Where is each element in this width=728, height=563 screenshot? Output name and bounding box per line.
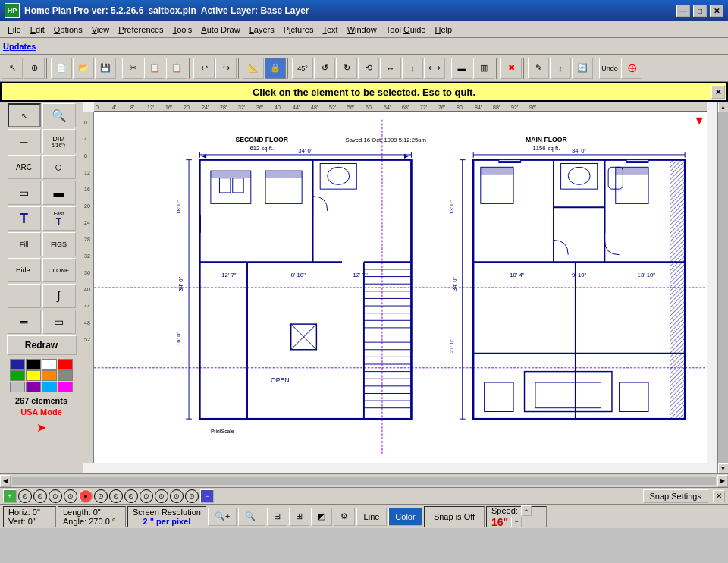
color-black[interactable]	[26, 359, 41, 370]
tb-chart[interactable]: ▥	[473, 58, 494, 79]
tool-clone[interactable]: CLONE	[42, 258, 76, 282]
menu-file[interactable]: File	[3, 24, 26, 36]
menu-window[interactable]: Window	[343, 24, 381, 36]
color-blue[interactable]	[10, 359, 25, 370]
menu-toolguide[interactable]: Tool Guide	[381, 24, 431, 36]
snap-dot-8[interactable]: ⊙	[140, 489, 153, 503]
tb-save[interactable]: 💾	[95, 58, 116, 79]
zoom-full-button[interactable]: ⊞	[289, 508, 309, 526]
menu-options[interactable]: Options	[49, 24, 87, 36]
color-green[interactable]	[10, 370, 25, 381]
tool-rect-fill[interactable]: ▬	[42, 181, 76, 205]
snap-minus-button[interactable]: −	[200, 489, 214, 503]
snap-close-button[interactable]: ✕	[713, 490, 725, 502]
tool-zoom[interactable]: 🔍	[42, 103, 76, 127]
close-button[interactable]: ✕	[710, 5, 723, 17]
scroll-track-right[interactable]	[718, 112, 729, 463]
menu-autodraw[interactable]: Auto Draw	[196, 24, 244, 36]
tb-lock[interactable]: 🔒	[265, 58, 286, 79]
snap-dot-10[interactable]: ⊙	[170, 489, 184, 503]
tb-refresh[interactable]: ↺	[314, 58, 335, 79]
tb-flip-h[interactable]: ⟲	[358, 58, 379, 79]
updates-link[interactable]: Updates	[3, 42, 36, 51]
scroll-down-button[interactable]: ▼	[718, 463, 729, 473]
snap-dot-5[interactable]: ⊙	[94, 489, 108, 503]
zoom-fit-button[interactable]: ⊟	[267, 508, 287, 526]
tool-curve[interactable]: ∫	[42, 284, 76, 308]
tb-rotate[interactable]: ↻	[336, 58, 357, 79]
tb-new[interactable]: 📄	[51, 58, 72, 79]
snap-dot-9[interactable]: ⊙	[155, 489, 168, 503]
menu-preferences[interactable]: Preferences	[114, 24, 168, 36]
tool-text-fast[interactable]: Fast T	[42, 206, 76, 231]
canvas-area[interactable]: 0' 4' 8' 12' 16' 20' 24' 28' 32' 36' 40'…	[83, 102, 728, 473]
menu-pictures[interactable]: Pictures	[279, 24, 318, 36]
scroll-left-button[interactable]: ◀	[0, 475, 11, 487]
color-red[interactable]	[58, 359, 73, 370]
tool-line[interactable]: —	[8, 129, 41, 153]
color-silver[interactable]	[10, 382, 25, 392]
snap-plus-button[interactable]: +	[3, 489, 17, 503]
snap-dot-1[interactable]: ⊙	[18, 489, 32, 503]
tool-select[interactable]: ↖	[8, 103, 41, 127]
tb-zoom[interactable]: ⊕	[24, 58, 45, 79]
speed-down-button[interactable]: −	[511, 517, 522, 527]
zoom-settings-button[interactable]: ⚙	[334, 508, 355, 526]
tb-open[interactable]: 📂	[73, 58, 94, 79]
tb-arrow-down[interactable]: ↕	[550, 58, 571, 79]
tool-dim[interactable]: DIM 5/16"↑	[42, 129, 76, 153]
color-cyan[interactable]	[42, 382, 57, 392]
speed-up-button[interactable]: +	[521, 505, 532, 516]
tb-sync[interactable]: 🔄	[572, 58, 593, 79]
scroll-right-button[interactable]: ▶	[717, 475, 728, 487]
tool-circle[interactable]: ○	[42, 155, 76, 179]
snap-dot-4[interactable]: ⊙	[64, 489, 77, 503]
maximize-button[interactable]: □	[693, 5, 707, 17]
tb-measure[interactable]: 📐	[243, 58, 264, 79]
tool-thick-line[interactable]: ═	[8, 310, 41, 334]
snap-dot-11[interactable]: ⊙	[185, 489, 199, 503]
color-purple[interactable]	[26, 382, 41, 392]
snap-settings-button[interactable]: Snap Settings	[643, 489, 709, 503]
tb-flip-v[interactable]: ↔	[380, 58, 401, 79]
menu-text[interactable]: Text	[318, 24, 342, 36]
tb-pen[interactable]: ✎	[528, 58, 549, 79]
tb-plus[interactable]: ⊕	[621, 58, 642, 79]
scroll-up-button[interactable]: ▲	[718, 102, 729, 112]
snap-dot-2[interactable]: ⊙	[33, 489, 47, 503]
color-white[interactable]	[42, 359, 57, 370]
tb-arrow[interactable]: ↖	[2, 58, 23, 79]
menu-layers[interactable]: Layers	[245, 24, 279, 36]
tb-redo[interactable]: ↪	[215, 58, 237, 79]
tool-figs[interactable]: FIGS	[42, 232, 76, 256]
tool-arc[interactable]: ARC	[8, 155, 41, 179]
menu-tools[interactable]: Tools	[168, 24, 197, 36]
color-magenta[interactable]	[58, 382, 73, 392]
color-orange[interactable]	[42, 370, 57, 381]
tool-rect-outline[interactable]: ▭	[8, 181, 41, 205]
menu-help[interactable]: Help	[430, 24, 457, 36]
color-button[interactable]: Color	[388, 508, 422, 526]
zoom-out-button[interactable]: 🔍-	[238, 508, 265, 526]
tool-text[interactable]: T	[8, 206, 41, 231]
line-button[interactable]: Line	[356, 508, 387, 526]
zoom-prev-button[interactable]: ◩	[311, 508, 332, 526]
tb-undo-label[interactable]: Undo	[599, 58, 620, 79]
snap-dot-3[interactable]: ⊙	[49, 489, 62, 503]
tb-rotate45[interactable]: 45°	[292, 58, 313, 79]
menu-edit[interactable]: Edit	[26, 24, 49, 36]
tb-undo[interactable]: ↩	[193, 58, 215, 79]
tb-paste[interactable]: 📋	[166, 58, 187, 79]
tb-mirror[interactable]: ⟷	[424, 58, 445, 79]
tb-copy[interactable]: 📋	[144, 58, 165, 79]
tool-fill[interactable]: Fill	[8, 232, 41, 256]
redraw-btn[interactable]: Redraw	[7, 335, 77, 355]
drawing-area[interactable]: ▼ SECOND FLOOR 612 sq ft.	[94, 112, 707, 463]
snap-dot-6[interactable]: ⊙	[109, 489, 123, 503]
minimize-button[interactable]: —	[676, 5, 690, 17]
tb-line-w[interactable]: ▬	[451, 58, 472, 79]
notification-close-button[interactable]: ✕	[711, 85, 725, 99]
tb-cut[interactable]: ✂	[122, 58, 143, 79]
snap-dot-red[interactable]: ●	[79, 489, 93, 503]
snap-dot-7[interactable]: ⊙	[124, 489, 138, 503]
